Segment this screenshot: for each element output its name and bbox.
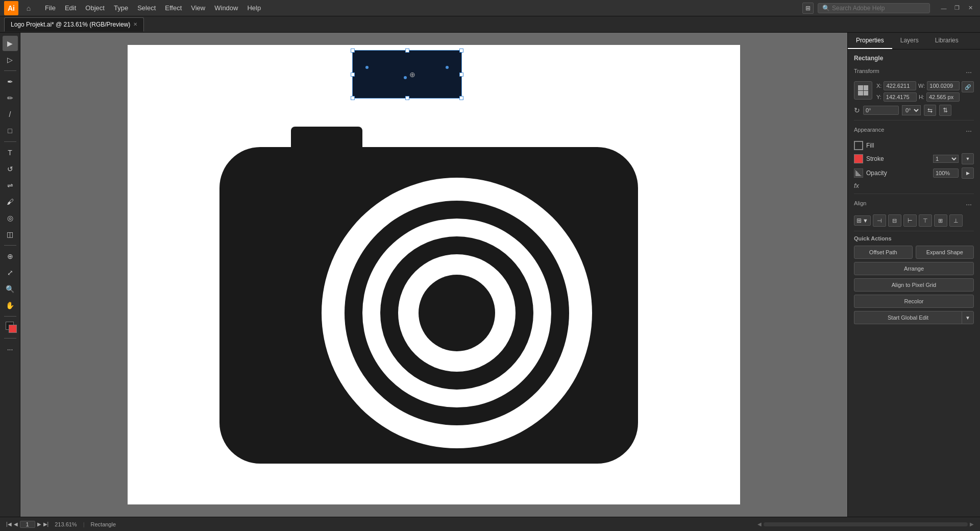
titlebar: Ai ⌂ File Edit Object Type Select Effect… bbox=[0, 0, 980, 16]
stroke-swatch[interactable] bbox=[854, 154, 863, 163]
workspace-switcher[interactable]: ⊞ bbox=[802, 3, 814, 14]
page-number-input[interactable] bbox=[20, 521, 35, 528]
pen-tool[interactable]: ✒ bbox=[3, 74, 18, 89]
handle-bot-right[interactable] bbox=[459, 96, 463, 100]
menu-type[interactable]: Type bbox=[110, 2, 132, 14]
rotation-input[interactable] bbox=[863, 106, 899, 115]
menu-select[interactable]: Select bbox=[133, 2, 160, 14]
search-input[interactable] bbox=[832, 5, 919, 12]
appearance-more-button[interactable]: ··· bbox=[964, 127, 974, 135]
selected-rectangle[interactable]: ⊕ bbox=[352, 50, 462, 99]
tool-display: Rectangle bbox=[91, 521, 116, 527]
stroke-weight-select[interactable]: 1 bbox=[933, 155, 959, 163]
flip-vertical-button[interactable]: ⇅ bbox=[939, 105, 951, 116]
nav-next-button[interactable]: ▶ bbox=[37, 521, 41, 527]
x-input[interactable] bbox=[884, 81, 916, 90]
transform-more-button[interactable]: ··· bbox=[964, 68, 974, 76]
canvas-area[interactable]: ⊕ bbox=[20, 33, 847, 517]
flip-horizontal-button[interactable]: ⇆ bbox=[924, 105, 936, 116]
toolbar-separator-1 bbox=[4, 70, 16, 71]
recolor-button[interactable]: Recolor bbox=[854, 295, 974, 308]
handle-bot-center[interactable] bbox=[405, 96, 409, 100]
align-center-h-button[interactable]: ⊟ bbox=[888, 214, 901, 227]
start-global-edit-button[interactable]: Start Global Edit bbox=[854, 311, 962, 324]
eraser-tool[interactable]: ◫ bbox=[3, 227, 18, 242]
quick-actions-title: Quick Actions bbox=[854, 235, 974, 242]
pencil-tool[interactable]: ✏ bbox=[3, 90, 18, 106]
arrange-button[interactable]: Arrange bbox=[854, 262, 974, 275]
offset-path-button[interactable]: Offset Path bbox=[854, 246, 913, 259]
close-button[interactable]: ✕ bbox=[965, 3, 976, 14]
brush-tool[interactable]: 🖌 bbox=[3, 194, 18, 209]
expand-shape-button[interactable]: Expand Shape bbox=[916, 246, 974, 259]
align-bottom-button[interactable]: ⊥ bbox=[949, 214, 963, 227]
nav-prev-button[interactable]: ◀ bbox=[14, 521, 18, 527]
fx-button[interactable]: fx bbox=[854, 182, 859, 189]
opacity-more-button[interactable]: ▶ bbox=[962, 167, 974, 179]
link-dimensions-button[interactable]: 🔗 bbox=[962, 81, 974, 92]
free-transform-tool[interactable]: ⤢ bbox=[3, 265, 18, 280]
w-input[interactable] bbox=[927, 81, 960, 90]
scale-tool[interactable]: ⊕ bbox=[3, 249, 18, 264]
tab-layers[interactable]: Layers bbox=[892, 33, 927, 49]
handle-mid-left[interactable] bbox=[351, 73, 355, 77]
stroke-row: Stroke 1 ▼ bbox=[854, 153, 974, 164]
menu-window[interactable]: Window bbox=[210, 2, 242, 14]
artboard[interactable]: ⊕ bbox=[128, 45, 740, 504]
tab-properties[interactable]: Properties bbox=[848, 33, 892, 49]
handle-top-left[interactable] bbox=[351, 49, 355, 53]
rotate-tool[interactable]: ↺ bbox=[3, 161, 18, 177]
horizontal-scrollbar[interactable] bbox=[764, 522, 968, 526]
menu-file[interactable]: File bbox=[41, 2, 60, 14]
transform-reference-point[interactable] bbox=[854, 81, 872, 100]
h-input[interactable] bbox=[926, 92, 960, 102]
nav-first-button[interactable]: |◀ bbox=[6, 521, 12, 527]
y-input[interactable] bbox=[884, 92, 917, 102]
align-more-button[interactable]: ··· bbox=[964, 200, 974, 208]
reflect-tool[interactable]: ⇌ bbox=[3, 178, 18, 193]
statusbar: |◀ ◀ ▶ ▶| 213.61% | Rectangle ◀ ▶ bbox=[0, 517, 980, 531]
text-tool[interactable]: T bbox=[3, 145, 18, 160]
direct-select-tool[interactable]: ▷ bbox=[3, 52, 18, 67]
opacity-input[interactable] bbox=[933, 168, 959, 178]
move-cursor-indicator: ⊕ bbox=[409, 70, 415, 79]
align-right-button[interactable]: ⊢ bbox=[903, 214, 917, 227]
handle-mid-right[interactable] bbox=[459, 73, 463, 77]
blob-brush-tool[interactable]: ◎ bbox=[3, 210, 18, 226]
align-to-pixel-grid-button[interactable]: Align to Pixel Grid bbox=[854, 278, 974, 292]
menu-edit[interactable]: Edit bbox=[61, 2, 80, 14]
menu-effect[interactable]: Effect bbox=[161, 2, 186, 14]
select-tool[interactable]: ▶ bbox=[3, 36, 18, 51]
align-buttons-row-1: ⊞ ▼ ⊣ ⊟ ⊢ ⊤ ⊞ ⊥ bbox=[854, 214, 974, 227]
shape-tool[interactable]: □ bbox=[3, 123, 18, 138]
opacity-row: Opacity ▶ bbox=[854, 167, 974, 179]
fill-stroke-widget[interactable] bbox=[3, 320, 18, 335]
tab-libraries[interactable]: Libraries bbox=[927, 33, 967, 49]
line-tool[interactable]: / bbox=[3, 107, 18, 122]
handle-top-center[interactable] bbox=[405, 49, 409, 53]
restore-button[interactable]: ❐ bbox=[951, 3, 963, 14]
menu-view[interactable]: View bbox=[187, 2, 209, 14]
hand-tool[interactable]: ✋ bbox=[3, 298, 18, 313]
opacity-label: Opacity bbox=[866, 170, 930, 177]
zoom-tool[interactable]: 🔍 bbox=[3, 281, 18, 297]
document-tab[interactable]: Logo Projekt.ai* @ 213.61% (RGB/Preview)… bbox=[4, 17, 144, 32]
align-center-v-button[interactable]: ⊞ bbox=[934, 214, 947, 227]
minimize-button[interactable]: — bbox=[938, 3, 949, 14]
fill-swatch[interactable] bbox=[854, 141, 863, 150]
tab-close-button[interactable]: ✕ bbox=[133, 21, 137, 27]
align-top-button[interactable]: ⊤ bbox=[919, 214, 932, 227]
rotation-dropdown[interactable]: 0° bbox=[902, 105, 921, 115]
home-icon[interactable]: ⌂ bbox=[22, 2, 35, 14]
more-tools[interactable]: ··· bbox=[3, 342, 18, 357]
nav-last-button[interactable]: ▶| bbox=[43, 521, 49, 527]
menu-object[interactable]: Object bbox=[81, 2, 109, 14]
start-global-edit-dropdown[interactable]: ▼ bbox=[962, 311, 974, 324]
zoom-display: 213.61% bbox=[55, 521, 77, 527]
menu-help[interactable]: Help bbox=[243, 2, 265, 14]
align-left-button[interactable]: ⊣ bbox=[873, 214, 886, 227]
align-to-dropdown[interactable]: ⊞ ▼ bbox=[854, 215, 871, 226]
handle-top-right[interactable] bbox=[459, 49, 463, 53]
handle-bot-left[interactable] bbox=[351, 96, 355, 100]
stroke-options-button[interactable]: ▼ bbox=[962, 153, 974, 164]
